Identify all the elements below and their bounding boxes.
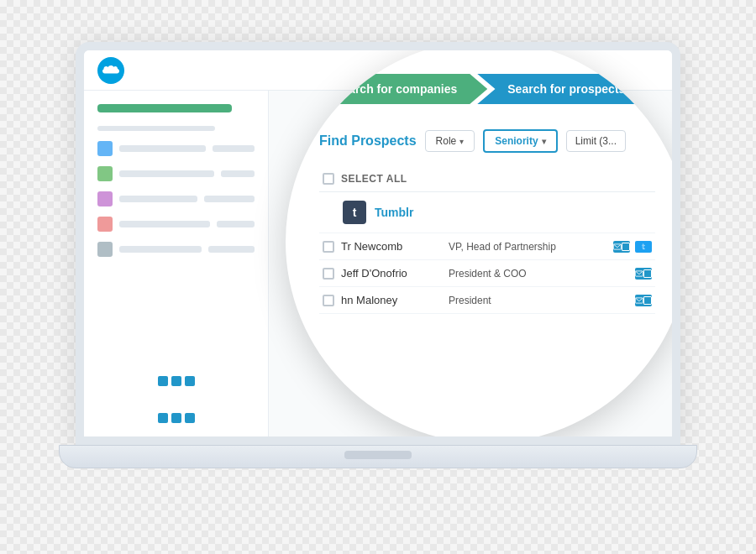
pagination-dot-1 xyxy=(158,376,168,386)
pagination-dot-6 xyxy=(185,413,195,423)
salesforce-logo xyxy=(97,57,124,84)
role-chevron: ▾ xyxy=(459,137,464,146)
prospect-1-title: VP, Head of Partnership xyxy=(449,241,606,253)
laptop-screen: Search for companies Search for prospect… xyxy=(76,42,680,445)
role-label: Role xyxy=(436,135,457,147)
company-logo-letter: t xyxy=(353,206,357,219)
pagination-dot-3 xyxy=(185,376,195,386)
right-content: Search for companies Search for prospect… xyxy=(269,91,672,436)
prospect-2-checkbox[interactable] xyxy=(323,268,334,280)
prospect-2-icons xyxy=(635,268,652,280)
circle-overlay: Search for companies Search for prospect… xyxy=(286,42,680,443)
pagination-dot-4 xyxy=(158,413,168,423)
sidebar-color-box-2 xyxy=(97,166,113,181)
twitter-icon-1[interactable]: 𝕥 xyxy=(635,241,652,253)
role-filter-btn[interactable]: Role ▾ xyxy=(425,130,475,152)
main-area: Search for companies Search for prospect… xyxy=(84,91,672,436)
sidebar-color-box-5 xyxy=(97,242,113,257)
sidebar-color-box-4 xyxy=(97,217,113,232)
sidebar-line-3 xyxy=(119,196,197,202)
sidebar-line-short-5 xyxy=(208,246,255,253)
sidebar-item xyxy=(97,141,255,156)
prospect-3-checkbox[interactable] xyxy=(323,295,334,306)
pagination-dot-2 xyxy=(171,376,181,386)
email-icon-1[interactable] xyxy=(613,241,630,253)
sidebar xyxy=(84,91,269,436)
prospect-1-checkbox[interactable] xyxy=(323,241,334,253)
prospect-3-name: hn Maloney xyxy=(341,294,442,306)
prospect-2-title: President & COO xyxy=(449,268,628,280)
sidebar-line-short-3 xyxy=(204,196,255,202)
sidebar-line-short-1 xyxy=(213,145,255,152)
company-logo: t xyxy=(343,201,366,224)
sidebar-line-5 xyxy=(119,246,202,253)
sidebar-line-2 xyxy=(119,170,214,177)
prospects-table: SELECT ALL t Tumblr xyxy=(319,166,655,314)
table-row: Tr Newcomb VP, Head of Partnership xyxy=(319,233,655,260)
company-name[interactable]: Tumblr xyxy=(375,206,413,219)
limit-filter-btn[interactable]: Limit (3... xyxy=(566,130,626,152)
sidebar-color-box-3 xyxy=(97,191,113,206)
filter-title: Find Prospects xyxy=(319,133,417,149)
prospect-1-icons: 𝕥 xyxy=(613,241,652,253)
sidebar-item-4 xyxy=(97,217,255,232)
select-all-checkbox[interactable] xyxy=(323,173,334,185)
prospect-3-icons xyxy=(635,295,652,306)
laptop-wrapper: Search for companies Search for prospect… xyxy=(59,42,697,512)
sidebar-item-5 xyxy=(97,242,255,257)
filter-bar: Find Prospects Role ▾ Seniority ▾ Limit … xyxy=(319,129,655,153)
seniority-chevron: ▾ xyxy=(542,137,546,146)
sidebar-line-short-4 xyxy=(217,221,255,227)
sidebar-color-box-1 xyxy=(97,141,113,156)
tab-prospects[interactable]: Search for prospects xyxy=(477,74,655,104)
screen-content: Search for companies Search for prospect… xyxy=(84,50,672,436)
sidebar-pagination-2 xyxy=(97,406,255,423)
prospect-3-title: President xyxy=(449,295,628,306)
table-row: hn Maloney President xyxy=(319,287,655,314)
tab-companies[interactable]: Search for companies xyxy=(311,74,487,104)
sidebar-pagination xyxy=(97,353,255,386)
sidebar-item-3 xyxy=(97,191,255,206)
sidebar-line-4 xyxy=(119,221,210,227)
prospect-2-name: Jeff D'Onofrio xyxy=(341,267,442,280)
pagination-dot-5 xyxy=(171,413,181,423)
table-row: Jeff D'Onofrio President & COO xyxy=(319,260,655,287)
prospect-1-name: Tr Newcomb xyxy=(341,240,442,253)
select-all-row: SELECT ALL xyxy=(319,166,655,192)
select-all-label: SELECT ALL xyxy=(341,173,407,185)
sidebar-search-bar xyxy=(97,104,232,112)
seniority-filter-btn[interactable]: Seniority ▾ xyxy=(483,129,557,153)
tab-buttons: Search for companies Search for prospect… xyxy=(311,74,647,104)
seniority-label: Seniority xyxy=(495,135,538,147)
laptop-base xyxy=(59,445,697,468)
email-icon-3[interactable] xyxy=(635,295,652,306)
circle-inner: Search for companies Search for prospect… xyxy=(319,82,655,410)
company-row: t Tumblr xyxy=(319,192,655,233)
sidebar-line-1 xyxy=(119,145,206,152)
sidebar-line-short-2 xyxy=(221,170,255,177)
sidebar-item-2 xyxy=(97,166,255,181)
email-icon-2[interactable] xyxy=(635,268,652,280)
